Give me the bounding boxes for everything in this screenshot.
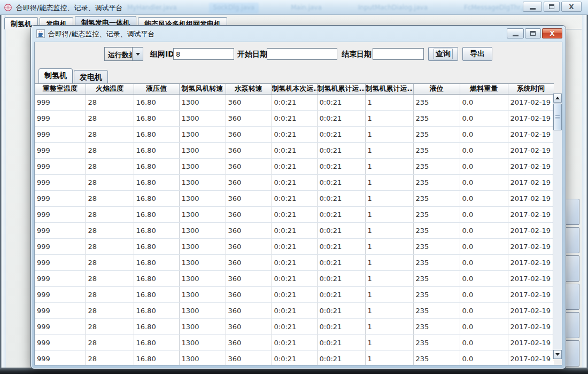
table-header-cell[interactable]: 制氢风机转速 (179, 84, 226, 94)
table-cell: 1300 (179, 270, 226, 286)
table-header-cell[interactable]: 制氢机本次运... (272, 84, 317, 94)
table-header-cell[interactable]: 水泵转速 (226, 84, 272, 94)
dialog-tab[interactable]: 制氢机 (38, 68, 73, 83)
table-row[interactable]: 9992816.8013003600:0:210:0:2112350.02017… (35, 238, 554, 254)
start-date-input[interactable] (267, 48, 337, 60)
table-cell: 1300 (179, 350, 226, 365)
background-file-tab: Main.java (287, 3, 326, 13)
table-cell: 360 (226, 110, 272, 126)
table-cell: 16.80 (134, 254, 179, 270)
table-cell: 0.0 (460, 270, 508, 286)
end-date-input[interactable] (373, 48, 424, 60)
table-cell: 360 (226, 158, 272, 174)
table-cell: 0.0 (460, 238, 508, 254)
table-cell: 235 (413, 318, 460, 334)
data-type-combobox[interactable]: 运行数据 (104, 47, 143, 61)
table-cell: 999 (35, 190, 86, 206)
table-cell: 0:0:21 (317, 302, 365, 318)
table-row[interactable]: 9992816.8013003600:0:210:0:2112350.02017… (35, 110, 554, 126)
minimize-button[interactable] (523, 2, 542, 12)
table-row[interactable]: 9992816.8013003600:0:210:0:2112350.02017… (35, 94, 554, 110)
table-cell: 2017-02-19 1... (508, 174, 554, 190)
window-border-right (582, 15, 588, 368)
table-cell: 999 (35, 222, 86, 238)
table-row[interactable]: 9992816.8013003600:0:210:0:2112350.02017… (35, 174, 554, 190)
dialog-close-button[interactable]: X (542, 28, 562, 38)
close-button[interactable]: X (561, 2, 582, 12)
data-dialog: 合即得/能态监控、记录、调试平台 X 运行数据 组网ID 开始日期 结束日期 查… (31, 26, 566, 369)
table-cell: 2017-02-19 1... (508, 238, 554, 254)
dialog-tab[interactable]: 发电机 (74, 70, 108, 83)
table-header-cell[interactable]: 燃料重量 (460, 84, 508, 94)
table-cell: 28 (86, 238, 134, 254)
table-cell: 1 (365, 110, 413, 126)
table-header-cell[interactable]: 重整室温度 (35, 84, 86, 94)
group-id-input[interactable] (173, 48, 234, 60)
table-row[interactable]: 9992816.8013003600:0:210:0:2112350.02017… (35, 302, 554, 318)
table-cell: 235 (413, 238, 460, 254)
table-cell: 0.0 (460, 302, 508, 318)
table-cell: 0.0 (460, 222, 508, 238)
table-cell: 2017-02-19 1... (508, 222, 554, 238)
table-cell: 235 (413, 206, 460, 222)
scrollbar-thumb[interactable] (553, 104, 562, 130)
table-header-cell[interactable]: 制氢机累计运... (365, 84, 413, 94)
table-cell: 28 (86, 270, 134, 286)
table-cell: 999 (35, 318, 86, 334)
main-window-title: 合即得/能态监控、记录、调试平台 (16, 3, 122, 13)
dialog-maximize-button[interactable] (525, 28, 541, 38)
table-cell: 0:0:21 (317, 190, 365, 206)
table-cell: 16.80 (134, 126, 179, 142)
table-cell: 0:0:21 (272, 318, 317, 334)
table-row[interactable]: 9992816.8013003600:0:210:0:2112350.02017… (35, 158, 554, 174)
table-header-cell[interactable]: 液位 (413, 84, 460, 94)
table-cell: 235 (413, 222, 460, 238)
table-cell: 1 (365, 222, 413, 238)
table-cell: 0:0:21 (272, 190, 317, 206)
scroll-up-button[interactable] (553, 94, 562, 103)
table-cell: 360 (226, 190, 272, 206)
table-cell: 1 (365, 174, 413, 190)
table-header-cell[interactable]: 液压值 (134, 84, 179, 94)
table-cell: 2017-02-19 1... (508, 206, 554, 222)
table-cell: 16.80 (134, 142, 179, 158)
table-header-cell[interactable]: 系统时间 (508, 84, 554, 94)
table-cell: 235 (413, 270, 460, 286)
table-cell: 16.80 (134, 350, 179, 365)
table-row[interactable]: 9992816.8013003600:0:210:0:2112350.02017… (35, 334, 554, 350)
table-header-cell[interactable]: 制氢机累计运... (317, 84, 365, 94)
table-row[interactable]: 9992816.8013003600:0:210:0:2112350.02017… (35, 270, 554, 286)
maximize-button[interactable] (544, 2, 560, 12)
table-row[interactable]: 9992816.8013003600:0:210:0:2112350.02017… (35, 254, 554, 270)
table-row[interactable]: 9992816.8013003600:0:210:0:2112350.02017… (35, 318, 554, 334)
table-cell: 235 (413, 286, 460, 302)
table-cell: 28 (86, 94, 134, 110)
table-row[interactable]: 9992816.8013003600:0:210:0:2112350.02017… (35, 286, 554, 302)
table-cell: 0.0 (460, 334, 508, 350)
vertical-scrollbar[interactable] (553, 94, 562, 359)
table-cell: 2017-02-19 1... (508, 254, 554, 270)
table-cell: 16.80 (134, 286, 179, 302)
table-cell: 16.80 (134, 190, 179, 206)
table-row[interactable]: 9992816.8013003600:0:210:0:2112350.02017… (35, 350, 554, 365)
table-cell: 2017-02-19 1... (508, 334, 554, 350)
query-button[interactable]: 查询 (428, 47, 458, 61)
dialog-minimize-button[interactable] (507, 28, 524, 38)
table-cell: 0:0:21 (272, 110, 317, 126)
table-cell: 999 (35, 286, 86, 302)
table-cell: 1300 (179, 222, 226, 238)
table-cell: 1 (365, 206, 413, 222)
export-button[interactable]: 导出 (462, 47, 492, 61)
java-icon (36, 29, 45, 38)
table-header-cell[interactable]: 火焰温度 (86, 84, 134, 94)
table-row[interactable]: 9992816.8013003600:0:210:0:2112350.02017… (35, 126, 554, 142)
table-row[interactable]: 9992816.8013003600:0:210:0:2112350.02017… (35, 222, 554, 238)
table-cell: 1 (365, 254, 413, 270)
scroll-down-button[interactable] (553, 350, 562, 359)
app-icon (4, 3, 12, 12)
table-row[interactable]: 9992816.8013003600:0:210:0:2112350.02017… (35, 142, 554, 158)
table-row[interactable]: 9992816.8013003600:0:210:0:2112350.02017… (35, 206, 554, 222)
table-row[interactable]: 9992816.8013003600:0:210:0:2112350.02017… (35, 190, 554, 206)
table-cell: 0:0:21 (272, 158, 317, 174)
table-cell: 2017-02-19 1... (508, 126, 554, 142)
